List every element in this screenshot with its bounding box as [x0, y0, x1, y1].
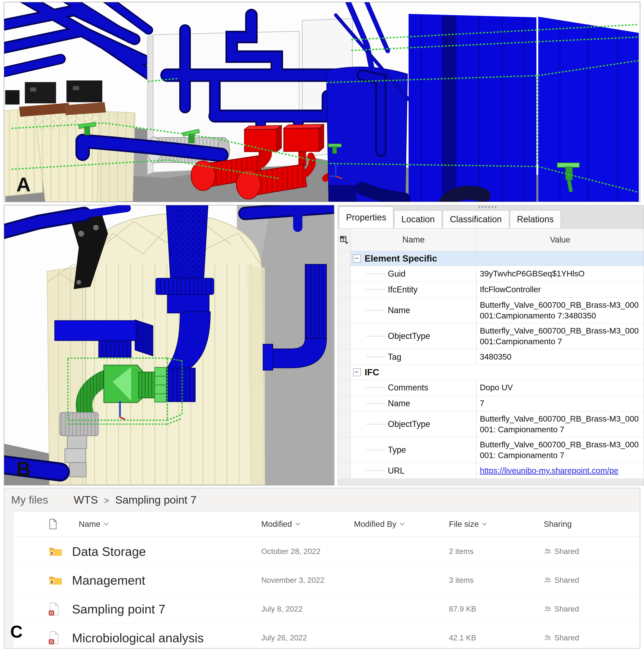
- figure-page: A: [0, 0, 644, 652]
- file-row[interactable]: Sampling point 7 July 8, 2022 87.9 KB Sh…: [13, 594, 639, 623]
- properties-panel: Properties Location Classification Relat…: [338, 205, 644, 486]
- collapse-minus-icon[interactable]: [353, 369, 361, 376]
- file-browser-panel: My files WTS > Sampling point 7 C Name M…: [4, 488, 640, 649]
- file-row[interactable]: Data Storage October 28, 2022 2 items Sh…: [13, 537, 639, 566]
- column-header-modified-by[interactable]: Modified By: [354, 519, 405, 529]
- tab-classification[interactable]: Classification: [443, 210, 509, 228]
- property-row[interactable]: ObjectType Butterfly_Valve_600700_RB_Bra…: [338, 323, 644, 349]
- chevron-down-icon: [482, 522, 487, 526]
- shared-folder-icon: [48, 574, 63, 586]
- column-header-name[interactable]: Name: [351, 228, 477, 251]
- shared-people-icon: [544, 547, 552, 555]
- tab-location[interactable]: Location: [394, 210, 442, 228]
- shared-people-icon: [544, 605, 552, 613]
- property-row[interactable]: ObjectType Butterfly_Valve_600700_RB_Bra…: [338, 411, 644, 437]
- properties-tabstrip: Properties Location Classification Relat…: [338, 205, 644, 228]
- sharing-status[interactable]: Shared: [544, 576, 579, 585]
- column-header-modified[interactable]: Modified: [261, 519, 300, 529]
- column-header-file-size[interactable]: File size: [449, 519, 487, 529]
- pipe-bottom[interactable]: [4, 465, 60, 472]
- collapse-minus-icon[interactable]: [353, 254, 361, 263]
- chevron-down-icon: [295, 522, 300, 526]
- document-type-icon[interactable]: [49, 519, 57, 529]
- property-row[interactable]: Comments Dopo UV: [338, 380, 644, 396]
- shared-people-icon: [544, 634, 552, 642]
- bim-3d-scene-valve: B: [4, 205, 334, 485]
- property-row[interactable]: Name 7: [338, 396, 644, 411]
- file-list-card: Name Modified Modified By File size Shar…: [13, 512, 639, 648]
- tab-properties[interactable]: Properties: [339, 207, 393, 228]
- panel-c-label: C: [10, 622, 23, 642]
- property-row[interactable]: IfcEntity IfcFlowController: [338, 282, 644, 298]
- chevron-down-icon: [104, 522, 109, 526]
- breadcrumb-my-files[interactable]: My files: [11, 493, 48, 506]
- drag-handle-dots-icon[interactable]: [479, 206, 496, 208]
- sharing-status[interactable]: Shared: [544, 605, 579, 614]
- column-header-sharing[interactable]: Sharing: [544, 519, 572, 529]
- database-file-icon: [48, 602, 59, 616]
- tab-relations[interactable]: Relations: [510, 210, 561, 228]
- panel-b-label: B: [16, 458, 31, 480]
- properties-table: Name Value Element Specific Guid 39yTwvh…: [338, 228, 644, 479]
- breadcrumb-wts[interactable]: WTS: [74, 493, 98, 506]
- column-header-value[interactable]: Value: [477, 228, 644, 251]
- model-view-valve-closeup[interactable]: B: [4, 205, 334, 486]
- grid-selector-icon[interactable]: [338, 228, 351, 251]
- column-header-name[interactable]: Name: [79, 519, 109, 529]
- properties-table-header: Name Value: [338, 228, 644, 251]
- property-group-row[interactable]: IFC: [338, 365, 644, 380]
- file-list-header: Name Modified Modified By File size Shar…: [13, 512, 639, 537]
- property-row[interactable]: Type Butterfly_Valve_600700_RB_Brass-M3_…: [338, 437, 644, 463]
- property-row-url[interactable]: URL https://liveunibo-my.sharepoint.com/…: [338, 463, 644, 479]
- breadcrumb-current: Sampling point 7: [115, 493, 196, 506]
- bim-3d-scene-overview: A: [4, 2, 640, 201]
- file-row[interactable]: Microbiological analysis July 26, 2022 4…: [13, 623, 639, 649]
- panel-a-label: A: [16, 173, 31, 196]
- database-file-icon: [48, 631, 59, 645]
- sharepoint-url-link[interactable]: https://liveunibo-my.sharepoint.com/pe: [480, 465, 618, 476]
- breadcrumb: My files WTS > Sampling point 7: [11, 493, 196, 506]
- file-row[interactable]: Management November 3, 2022 3 items Shar…: [13, 566, 639, 594]
- shared-people-icon: [544, 576, 552, 584]
- chevron-down-icon: [400, 522, 405, 526]
- breadcrumb-separator: >: [104, 496, 109, 506]
- model-view-overview[interactable]: A: [4, 2, 640, 202]
- sharing-status[interactable]: Shared: [544, 547, 579, 556]
- shared-folder-icon: [48, 546, 63, 557]
- property-row[interactable]: Guid 39yTwvhcP6GBSeq$1YHlsO: [338, 266, 644, 282]
- property-row[interactable]: Name Butterfly_Valve_600700_RB_Brass-M3_…: [338, 298, 644, 323]
- property-row[interactable]: Tag 3480350: [338, 349, 644, 365]
- property-group-row[interactable]: Element Specific: [338, 251, 644, 266]
- sharing-status[interactable]: Shared: [544, 633, 579, 642]
